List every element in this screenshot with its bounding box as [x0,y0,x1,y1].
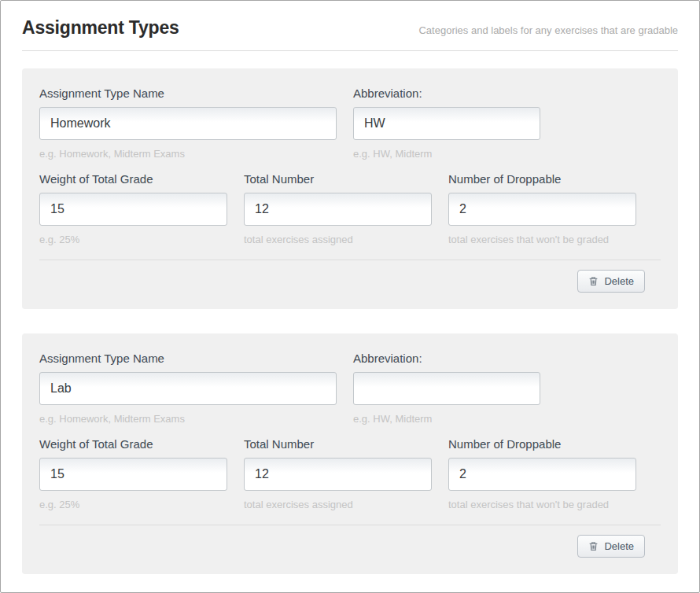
abbreviation-field: Abbreviation: e.g. HW, Midterm [353,87,540,160]
assignment-types-page: Assignment Types Categories and labels f… [0,0,700,593]
field-label: Total Number [244,437,432,451]
weight-input[interactable] [39,458,227,491]
header-divider [22,50,678,51]
weight-field: Weight of Total Grade e.g. 25% [39,172,227,245]
field-hint: total exercises that won't be graded [448,234,636,245]
field-label: Total Number [244,172,432,186]
field-label: Assignment Type Name [39,352,337,365]
assignment-type-name-input[interactable] [39,107,337,140]
delete-button[interactable]: Delete [577,535,645,558]
card-footer: Delete [39,260,661,293]
field-label: Assignment Type Name [39,87,337,100]
droppable-field: Number of Droppable total exercises that… [448,172,636,245]
droppable-input[interactable] [448,193,636,226]
assignment-type-name-field: Assignment Type Name e.g. Homework, Midt… [39,352,337,425]
field-hint: e.g. 25% [39,499,227,510]
numbers-row: Weight of Total Grade e.g. 25% Total Num… [39,172,661,245]
assignment-type-card: Assignment Type Name e.g. Homework, Midt… [22,68,678,309]
field-hint: e.g. HW, Midterm [353,413,540,425]
total-number-field: Total Number total exercises assigned [244,437,432,510]
field-label: Weight of Total Grade [39,172,227,186]
delete-button[interactable]: Delete [577,270,645,293]
page-title: Assignment Types [22,17,179,39]
field-hint: total exercises assigned [244,499,432,510]
weight-input[interactable] [39,193,227,226]
field-hint: e.g. Homework, Midterm Exams [39,413,337,425]
delete-button-label: Delete [604,275,634,287]
field-label: Abbreviation: [353,352,540,365]
field-label: Weight of Total Grade [39,437,227,451]
page-header: Assignment Types Categories and labels f… [22,1,678,39]
name-abbr-row: Assignment Type Name e.g. Homework, Midt… [39,352,661,425]
field-hint: e.g. 25% [39,234,227,245]
field-hint: total exercises assigned [244,234,432,245]
total-number-input[interactable] [244,193,432,226]
abbreviation-input[interactable] [353,107,540,140]
total-number-field: Total Number total exercises assigned [244,172,432,245]
assignment-type-card: Assignment Type Name e.g. Homework, Midt… [22,333,678,574]
delete-button-label: Delete [604,540,634,552]
assignment-type-name-input[interactable] [39,372,337,405]
assignment-type-name-field: Assignment Type Name e.g. Homework, Midt… [39,87,337,160]
field-hint: e.g. Homework, Midterm Exams [39,148,337,160]
card-footer: Delete [39,525,661,558]
page-subtitle: Categories and labels for any exercises … [418,24,678,36]
droppable-input[interactable] [448,458,636,491]
trash-icon [588,541,599,551]
field-label: Abbreviation: [353,87,540,100]
weight-field: Weight of Total Grade e.g. 25% [39,437,227,510]
total-number-input[interactable] [244,458,432,491]
name-abbr-row: Assignment Type Name e.g. Homework, Midt… [39,87,661,160]
field-hint: total exercises that won't be graded [448,499,636,510]
abbreviation-input[interactable] [353,372,540,405]
numbers-row: Weight of Total Grade e.g. 25% Total Num… [39,437,661,510]
field-label: Number of Droppable [448,172,636,186]
droppable-field: Number of Droppable total exercises that… [448,437,636,510]
abbreviation-field: Abbreviation: e.g. HW, Midterm [353,352,540,425]
field-hint: e.g. HW, Midterm [353,148,540,160]
trash-icon [588,276,599,286]
field-label: Number of Droppable [448,437,636,451]
